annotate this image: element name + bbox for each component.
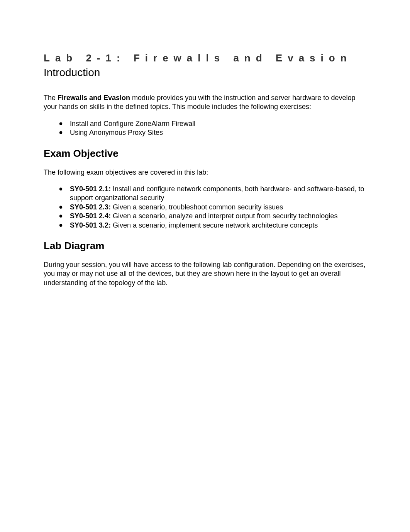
lab-diagram-heading: Lab Diagram: [44, 240, 366, 252]
intro-text-pre: The: [44, 94, 58, 102]
list-item: SY0-501 2.4: Given a scenario, analyze a…: [59, 212, 366, 221]
objective-code: SY0-501 3.2:: [70, 221, 111, 229]
list-item: SY0-501 3.2: Given a scenario, implement…: [59, 221, 366, 230]
objective-code: SY0-501 2.1:: [70, 185, 111, 193]
list-item: Using Anonymous Proxy Sites: [59, 128, 366, 137]
list-item: Install and Configure ZoneAlarm Firewall: [59, 119, 366, 128]
objective-text: Given a scenario, troubleshoot common se…: [111, 203, 283, 211]
objective-code: SY0-501 2.3:: [70, 203, 111, 211]
exam-objective-heading: Exam Objective: [44, 148, 366, 160]
objective-text: Given a scenario, implement secure netwo…: [111, 221, 318, 229]
list-item: SY0-501 2.1: Install and configure netwo…: [59, 185, 366, 203]
objective-text: Given a scenario, analyze and interpret …: [111, 212, 337, 220]
lab-diagram-text: During your session, you will have acces…: [44, 260, 366, 287]
list-item: SY0-501 2.3: Given a scenario, troublesh…: [59, 203, 366, 212]
intro-text-bold: Firewalls and Evasion: [58, 94, 130, 102]
intro-paragraph: The Firewalls and Evasion module provide…: [44, 93, 366, 112]
exam-objective-intro: The following exam objectives are covere…: [44, 168, 366, 177]
objectives-list: SY0-501 2.1: Install and configure netwo…: [44, 185, 366, 230]
introduction-heading: Introduction: [44, 66, 366, 79]
exercises-list: Install and Configure ZoneAlarm Firewall…: [44, 119, 366, 138]
objective-text: Install and configure network components…: [70, 185, 364, 202]
lab-title: Lab 2-1: Firewalls and Evasion: [44, 52, 366, 64]
objective-code: SY0-501 2.4:: [70, 212, 111, 220]
